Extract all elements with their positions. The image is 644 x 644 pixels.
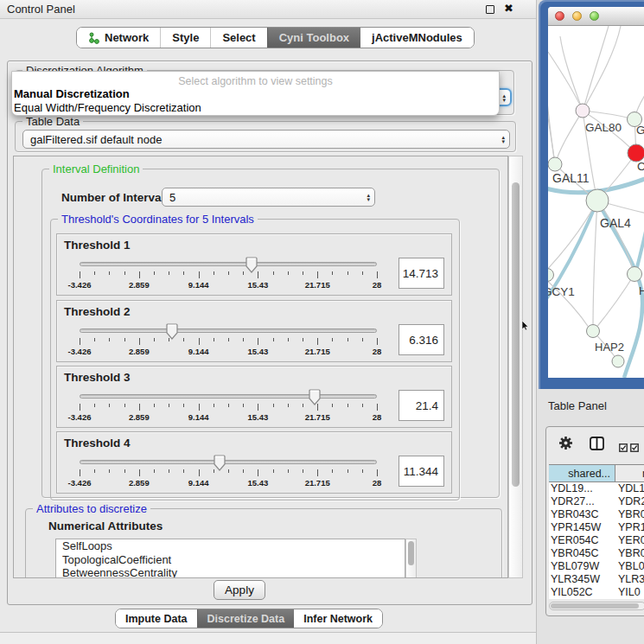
checkbox-checked-icon[interactable] [630,440,639,456]
ruler-tick [228,404,229,407]
ruler-tick [199,338,200,345]
tab-network[interactable]: Network [77,28,160,48]
network-node[interactable] [612,355,624,367]
tab-cyni-toolbox[interactable]: Cyni Toolbox [267,28,360,48]
gear-icon[interactable] [558,436,573,454]
number-of-intervals-combobox[interactable]: 5 ▴▾ [162,188,375,207]
ruler-tick-label: 15.43 [248,347,269,356]
ruler-tick [303,338,303,341]
table-data-group: Table Data galFiltered.sif default node … [15,121,516,152]
minimize-traffic-light-icon[interactable] [572,11,582,21]
ruler-tick [273,469,274,473]
ruler-tick-label: 28 [373,478,382,488]
table-row[interactable]: YDL19...YDL1 [549,482,644,495]
tab-style[interactable]: Style [160,28,210,48]
cell-shared-name: YDR27... [549,495,615,508]
tab-discretize-data[interactable]: Discretize Data [197,609,295,628]
threshold-panel: Threshold 2 -3.4262.8599.14415.4321.7152… [56,300,452,362]
table-row[interactable]: YPR145WYPR1 [549,521,644,534]
ruler-tick [243,404,244,407]
group-title: Interval Definition [49,163,143,175]
threshold-value-field[interactable]: 6.316 [399,324,444,355]
ruler-tick [214,338,214,341]
ruler-tick-label: -3.426 [68,412,92,422]
threshold-value-field[interactable]: 14.713 [399,258,444,289]
network-canvas[interactable]: GAL80GACGAL11GAL4GCY1HHAP2 [548,26,644,378]
ruler-tick [94,404,95,407]
table-data-combobox[interactable]: galFiltered.sif default node ▴▾ [22,130,510,149]
control-panel-titlebar: Control Panel ✖ [0,0,536,19]
slider-track[interactable] [80,394,377,399]
network-node[interactable] [586,189,609,212]
attribute-list-item[interactable]: SelfLoops [56,539,405,553]
ruler-tick [377,404,378,411]
cell-shared-name: YBR043C [549,508,615,521]
network-window: GAL80GACGAL11GAL4GCY1HHAP2 [548,7,644,378]
tab-label: Impute Data [125,613,188,625]
table-row[interactable]: YDR27...YDR2 [549,495,644,508]
ruler-tick-label: -3.426 [68,478,92,488]
table-row[interactable]: YBR043CYBR0 [549,508,644,521]
column-header-name[interactable]: n [615,465,644,481]
apply-button[interactable]: Apply [214,580,265,600]
table-row[interactable]: YLR345WYLR3 [549,573,644,586]
network-node[interactable] [628,144,644,162]
network-node[interactable] [548,269,554,282]
ruler-tick [317,338,318,345]
table-horizontal-scrollbar[interactable] [549,602,644,610]
slider-track[interactable] [80,262,377,266]
ruler-tick [169,271,169,275]
settings-scrollbar[interactable] [508,156,523,578]
network-node[interactable] [576,104,590,118]
table-row[interactable]: YBL079WYBL0 [549,560,644,573]
tab-infer-network[interactable]: Infer Network [294,609,382,628]
column-layout-icon[interactable] [590,437,604,454]
ruler-tick [258,338,258,345]
ruler-tick [109,404,110,407]
cell-shared-name: YER054C [549,534,615,547]
checkbox-checked-icon[interactable] [619,440,628,456]
ruler-tick [348,404,348,407]
zoom-traffic-light-icon[interactable] [590,11,599,21]
network-node[interactable] [548,157,562,171]
ruler-tick [288,469,289,473]
spinner-arrows-icon: ▴▾ [502,90,506,105]
popup-option-equal-width[interactable]: Equal Width/Frequency Discretization [12,101,499,115]
threshold-value-field[interactable]: 21.4 [399,390,444,421]
table-row[interactable]: YER054CYER0 [549,534,644,547]
attribute-list-item[interactable]: BetweennessCentrality [56,566,405,578]
node-label: HAP2 [595,341,624,354]
tab-select[interactable]: Select [210,28,266,48]
scrollbar-thumb[interactable] [408,541,414,565]
ruler-tick-label: 15.43 [248,478,269,488]
node-label: C [637,160,644,173]
table-rows: YDL19...YDL1YDR27...YDR2YBR043CYBR0YPR14… [549,482,644,599]
network-node[interactable] [587,325,600,338]
scrollbar-thumb[interactable] [551,603,639,609]
ruler-tick-label: 21.715 [305,347,330,356]
scrollbar-thumb[interactable] [512,182,520,487]
cell-shared-name: YBL079W [549,560,615,573]
threshold-panel: Threshold 3 -3.4262.8599.14415.4321.7152… [56,366,452,428]
threshold-value-field[interactable]: 11.344 [399,456,444,487]
ruler-tick [303,469,303,473]
slider-track[interactable] [80,328,377,333]
ruler-tick-label: -3.426 [68,347,92,356]
ruler-tick [139,469,140,476]
slider-track[interactable] [80,460,377,464]
attribute-list-item[interactable]: TopologicalCoefficient [56,553,405,567]
table-row[interactable]: YBR045CYBR0 [549,547,644,560]
close-traffic-light-icon[interactable] [555,11,564,21]
ruler-tick [362,469,363,473]
table-row[interactable]: YIL052CYIL0 [549,586,644,599]
tab-impute-data[interactable]: Impute Data [116,609,197,628]
ruler-tick [288,404,289,407]
close-icon[interactable]: ✖ [504,2,513,15]
network-node[interactable] [628,267,642,282]
tab-jactivemnodules[interactable]: jActiveMNodules [360,28,474,48]
numerical-attributes-list[interactable]: SelfLoopsTopologicalCoefficientBetweenne… [55,539,405,578]
column-header-shared-name[interactable]: shared... [549,465,615,481]
popup-option-manual-discretization[interactable]: Manual Discretization [12,87,499,101]
attributes-scrollbar[interactable] [405,539,417,578]
float-window-icon[interactable] [486,5,494,14]
